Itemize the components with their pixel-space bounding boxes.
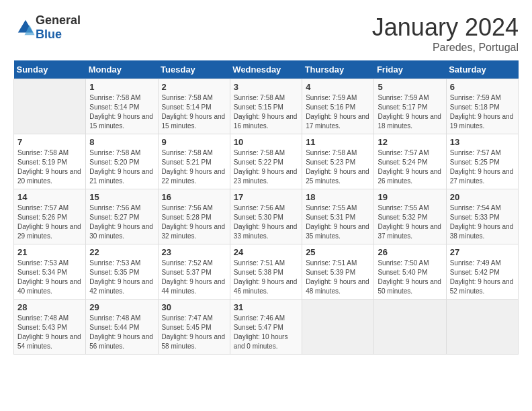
calendar-cell: 20Sunrise: 7:54 AMSunset: 5:33 PMDayligh…	[446, 189, 518, 244]
calendar-cell: 28Sunrise: 7:48 AMSunset: 5:43 PMDayligh…	[14, 300, 86, 355]
day-number: 25	[306, 247, 370, 257]
day-info: Sunrise: 7:51 AMSunset: 5:38 PMDaylight:…	[234, 259, 298, 296]
day-number: 12	[378, 137, 442, 147]
day-number: 28	[17, 302, 82, 312]
day-info: Sunrise: 7:59 AMSunset: 5:16 PMDaylight:…	[306, 93, 370, 131]
day-info: Sunrise: 7:55 AMSunset: 5:32 PMDaylight:…	[378, 203, 442, 241]
logo-icon	[15, 17, 36, 38]
day-info: Sunrise: 7:57 AMSunset: 5:25 PMDaylight:…	[450, 148, 515, 186]
calendar-cell: 13Sunrise: 7:57 AMSunset: 5:25 PMDayligh…	[446, 134, 518, 189]
day-info: Sunrise: 7:53 AMSunset: 5:35 PMDaylight:…	[89, 259, 154, 296]
day-info: Sunrise: 7:59 AMSunset: 5:18 PMDaylight:…	[450, 93, 515, 131]
day-number: 18	[306, 192, 370, 202]
calendar-week-4: 21Sunrise: 7:53 AMSunset: 5:34 PMDayligh…	[14, 244, 519, 300]
calendar-cell: 22Sunrise: 7:53 AMSunset: 5:35 PMDayligh…	[86, 244, 158, 300]
day-info: Sunrise: 7:58 AMSunset: 5:23 PMDaylight:…	[306, 148, 370, 186]
day-number: 1	[89, 82, 154, 92]
calendar-week-3: 14Sunrise: 7:57 AMSunset: 5:26 PMDayligh…	[14, 189, 519, 244]
calendar-table: SundayMondayTuesdayWednesdayThursdayFrid…	[13, 60, 519, 355]
calendar-cell: 16Sunrise: 7:56 AMSunset: 5:28 PMDayligh…	[158, 189, 230, 244]
calendar-cell: 11Sunrise: 7:58 AMSunset: 5:23 PMDayligh…	[302, 134, 374, 189]
day-info: Sunrise: 7:59 AMSunset: 5:17 PMDaylight:…	[378, 93, 442, 131]
weekday-tuesday: Tuesday	[158, 60, 230, 79]
calendar-cell: 10Sunrise: 7:58 AMSunset: 5:22 PMDayligh…	[230, 134, 302, 189]
day-info: Sunrise: 7:48 AMSunset: 5:44 PMDaylight:…	[89, 314, 154, 351]
calendar-week-5: 28Sunrise: 7:48 AMSunset: 5:43 PMDayligh…	[14, 300, 519, 355]
day-number: 9	[162, 137, 226, 147]
calendar-cell: 3Sunrise: 7:58 AMSunset: 5:15 PMDaylight…	[230, 79, 302, 134]
day-number: 20	[450, 192, 515, 202]
calendar-cell: 1Sunrise: 7:58 AMSunset: 5:14 PMDaylight…	[86, 79, 158, 134]
calendar-cell: 6Sunrise: 7:59 AMSunset: 5:18 PMDaylight…	[446, 79, 518, 134]
calendar-cell: 8Sunrise: 7:58 AMSunset: 5:20 PMDaylight…	[86, 134, 158, 189]
day-number: 6	[450, 82, 515, 92]
day-number: 7	[17, 137, 82, 147]
calendar-cell: 21Sunrise: 7:53 AMSunset: 5:34 PMDayligh…	[14, 244, 86, 300]
logo: General Blue	[13, 13, 81, 42]
calendar-cell: 25Sunrise: 7:51 AMSunset: 5:39 PMDayligh…	[302, 244, 374, 300]
calendar-cell: 27Sunrise: 7:49 AMSunset: 5:42 PMDayligh…	[446, 244, 518, 300]
day-info: Sunrise: 7:51 AMSunset: 5:39 PMDaylight:…	[306, 259, 370, 296]
day-info: Sunrise: 7:58 AMSunset: 5:19 PMDaylight:…	[17, 148, 82, 186]
day-number: 2	[162, 82, 226, 92]
day-number: 8	[89, 137, 154, 147]
day-info: Sunrise: 7:56 AMSunset: 5:27 PMDaylight:…	[89, 203, 154, 241]
day-info: Sunrise: 7:58 AMSunset: 5:14 PMDaylight:…	[162, 93, 226, 131]
day-number: 17	[234, 192, 298, 202]
day-info: Sunrise: 7:47 AMSunset: 5:45 PMDaylight:…	[162, 314, 226, 351]
calendar-cell: 15Sunrise: 7:56 AMSunset: 5:27 PMDayligh…	[86, 189, 158, 244]
calendar-cell: 4Sunrise: 7:59 AMSunset: 5:16 PMDaylight…	[302, 79, 374, 134]
day-info: Sunrise: 7:58 AMSunset: 5:20 PMDaylight:…	[89, 148, 154, 186]
logo-blue-text: Blue	[36, 28, 62, 41]
calendar-week-2: 7Sunrise: 7:58 AMSunset: 5:19 PMDaylight…	[14, 134, 519, 189]
day-number: 30	[162, 302, 226, 312]
calendar-cell: 24Sunrise: 7:51 AMSunset: 5:38 PMDayligh…	[230, 244, 302, 300]
day-info: Sunrise: 7:56 AMSunset: 5:28 PMDaylight:…	[162, 203, 226, 241]
calendar-cell: 9Sunrise: 7:58 AMSunset: 5:21 PMDaylight…	[158, 134, 230, 189]
day-info: Sunrise: 7:53 AMSunset: 5:34 PMDaylight:…	[17, 259, 82, 296]
calendar-cell: 26Sunrise: 7:50 AMSunset: 5:40 PMDayligh…	[374, 244, 446, 300]
day-number: 15	[89, 192, 154, 202]
day-info: Sunrise: 7:58 AMSunset: 5:15 PMDaylight:…	[234, 93, 298, 131]
weekday-wednesday: Wednesday	[230, 60, 302, 79]
weekday-sunday: Sunday	[14, 60, 86, 79]
calendar-cell	[446, 300, 518, 355]
calendar-cell: 7Sunrise: 7:58 AMSunset: 5:19 PMDaylight…	[14, 134, 86, 189]
day-number: 27	[450, 247, 515, 257]
day-info: Sunrise: 7:57 AMSunset: 5:26 PMDaylight:…	[17, 203, 82, 241]
calendar-cell: 30Sunrise: 7:47 AMSunset: 5:45 PMDayligh…	[158, 300, 230, 355]
day-info: Sunrise: 7:58 AMSunset: 5:21 PMDaylight:…	[162, 148, 226, 186]
logo-general-text: General	[36, 13, 81, 27]
day-info: Sunrise: 7:55 AMSunset: 5:31 PMDaylight:…	[306, 203, 370, 241]
day-info: Sunrise: 7:58 AMSunset: 5:14 PMDaylight:…	[89, 93, 154, 131]
calendar-cell: 2Sunrise: 7:58 AMSunset: 5:14 PMDaylight…	[158, 79, 230, 134]
calendar-cell	[14, 79, 86, 134]
day-number: 22	[89, 247, 154, 257]
calendar-cell: 12Sunrise: 7:57 AMSunset: 5:24 PMDayligh…	[374, 134, 446, 189]
title-area: January 2024 Paredes, Portugal	[372, 13, 519, 54]
day-number: 24	[234, 247, 298, 257]
weekday-friday: Friday	[374, 60, 446, 79]
day-number: 11	[306, 137, 370, 147]
calendar-body: 1Sunrise: 7:58 AMSunset: 5:14 PMDaylight…	[14, 79, 519, 355]
calendar-cell	[302, 300, 374, 355]
calendar-cell	[374, 300, 446, 355]
day-info: Sunrise: 7:56 AMSunset: 5:30 PMDaylight:…	[234, 203, 298, 241]
calendar-cell: 14Sunrise: 7:57 AMSunset: 5:26 PMDayligh…	[14, 189, 86, 244]
day-number: 23	[162, 247, 226, 257]
day-info: Sunrise: 7:49 AMSunset: 5:42 PMDaylight:…	[450, 259, 515, 296]
day-number: 29	[89, 302, 154, 312]
day-number: 26	[378, 247, 442, 257]
day-info: Sunrise: 7:54 AMSunset: 5:33 PMDaylight:…	[450, 203, 515, 241]
header: General Blue January 2024 Paredes, Portu…	[13, 13, 519, 54]
day-number: 10	[234, 137, 298, 147]
calendar-cell: 31Sunrise: 7:46 AMSunset: 5:47 PMDayligh…	[230, 300, 302, 355]
weekday-header-row: SundayMondayTuesdayWednesdayThursdayFrid…	[14, 60, 519, 79]
day-info: Sunrise: 7:57 AMSunset: 5:24 PMDaylight:…	[378, 148, 442, 186]
day-number: 5	[378, 82, 442, 92]
day-number: 31	[234, 302, 298, 312]
calendar-cell: 5Sunrise: 7:59 AMSunset: 5:17 PMDaylight…	[374, 79, 446, 134]
day-number: 13	[450, 137, 515, 147]
day-number: 21	[17, 247, 82, 257]
weekday-saturday: Saturday	[446, 60, 518, 79]
